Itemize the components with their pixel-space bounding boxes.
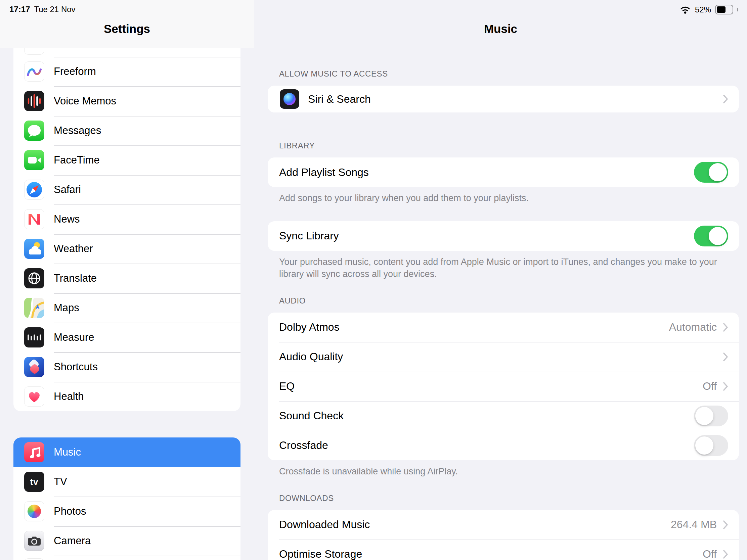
voice-memos-icon [24, 91, 44, 111]
sidebar-item-tv[interactable]: tv TV [14, 467, 240, 497]
row-optimise-storage[interactable]: Optimise Storage Off [268, 539, 739, 560]
footer-sync-library: Your purchased music, content you add fr… [279, 256, 724, 280]
tv-icon: tv [24, 472, 44, 492]
sidebar-item-messages[interactable]: Messages [14, 116, 240, 145]
sidebar: 17:17Tue 21 Nov Settings Freeform [0, 0, 254, 560]
card-sync-library: Sync Library [268, 221, 739, 251]
sidebar-item-health[interactable]: Health [14, 382, 240, 411]
row-label: Optimise Storage [279, 548, 362, 560]
row-detail: Off [703, 548, 717, 560]
sidebar-item-camera[interactable]: Camera [14, 526, 240, 556]
status-bar-right: 52% [679, 5, 738, 15]
row-downloaded-music[interactable]: Downloaded Music 264.4 MB [268, 510, 739, 539]
sidebar-item-label: Safari [54, 184, 81, 196]
app-icon-partial [24, 48, 44, 55]
freeform-icon [24, 61, 44, 82]
row-detail: Off [703, 380, 717, 393]
row-label: Audio Quality [279, 350, 343, 363]
sidebar-item-safari[interactable]: Safari [14, 175, 240, 205]
health-icon [24, 386, 44, 406]
sidebar-item-label: News [54, 213, 80, 225]
sidebar-item-shortcuts[interactable]: Shortcuts [14, 352, 240, 382]
sound-check-toggle[interactable] [694, 405, 728, 426]
chevron-right-icon [723, 94, 728, 104]
row-eq[interactable]: EQ Off [268, 372, 739, 401]
wifi-icon [679, 5, 691, 14]
card-allow-music-access: Siri & Search [268, 86, 739, 112]
camera-icon [24, 531, 44, 551]
section-sync-library: Sync Library Your purchased music, conte… [268, 221, 739, 280]
sidebar-item-facetime[interactable]: FaceTime [14, 145, 240, 175]
section-header-library: LIBRARY [279, 141, 739, 151]
sync-library-toggle[interactable] [694, 225, 728, 246]
crossfade-toggle[interactable] [694, 435, 728, 456]
section-audio: AUDIO Dolby Atmos Automatic Audio Qualit… [268, 296, 739, 478]
row-label: Sync Library [279, 230, 339, 242]
status-bar-left: 17:17Tue 21 Nov [9, 5, 76, 14]
sidebar-item-partial-top[interactable] [14, 48, 240, 57]
weather-icon [24, 239, 44, 259]
shortcuts-icon [24, 357, 44, 377]
sidebar-item-label: TV [54, 476, 67, 488]
photos-icon [24, 501, 44, 522]
footer-crossfade: Crossfade is unavailable while using Air… [279, 466, 724, 478]
sidebar-item-measure[interactable]: Measure [14, 323, 240, 352]
row-label: Downloaded Music [279, 518, 370, 531]
sidebar-item-photos[interactable]: Photos [14, 497, 240, 526]
settings-app: 17:17Tue 21 Nov Settings Freeform [0, 0, 747, 560]
row-sync-library[interactable]: Sync Library [268, 221, 739, 251]
card-add-playlist-songs: Add Playlist Songs [268, 157, 739, 187]
row-label: Crossfade [279, 439, 328, 452]
section-header-audio: AUDIO [279, 296, 739, 306]
sidebar-group-apps: Freeform Voice Memos Messages [14, 48, 240, 411]
sidebar-group-media: Music tv TV Photos [14, 437, 240, 560]
sidebar-list[interactable]: Freeform Voice Memos Messages [0, 48, 254, 560]
sidebar-item-label: Messages [54, 125, 101, 137]
sidebar-item-freeform[interactable]: Freeform [14, 57, 240, 86]
sidebar-item-partial-bottom[interactable] [14, 556, 240, 560]
sidebar-item-label: Freeform [54, 65, 96, 78]
page-title-settings: Settings [0, 22, 254, 35]
row-label: Dolby Atmos [279, 321, 340, 334]
chevron-right-icon [723, 550, 728, 559]
battery-icon [715, 5, 733, 15]
sidebar-item-translate[interactable]: Translate [14, 264, 240, 293]
status-date: Tue 21 Nov [34, 5, 75, 14]
section-allow-music-access: ALLOW MUSIC TO ACCESS Siri & Search [268, 69, 739, 112]
row-dolby-atmos[interactable]: Dolby Atmos Automatic [268, 313, 739, 342]
sidebar-item-news[interactable]: News [14, 205, 240, 234]
measure-icon [24, 327, 44, 347]
row-crossfade[interactable]: Crossfade [268, 431, 739, 460]
translate-icon [24, 268, 44, 288]
sidebar-item-weather[interactable]: Weather [14, 234, 240, 264]
sidebar-item-label: Photos [54, 505, 86, 517]
music-icon [24, 442, 44, 462]
sidebar-item-music[interactable]: Music [14, 437, 240, 467]
chevron-right-icon [723, 352, 728, 362]
sidebar-item-label: Music [54, 446, 81, 458]
row-label: Sound Check [279, 409, 343, 422]
chevron-right-icon [723, 323, 728, 332]
row-siri-search[interactable]: Siri & Search [268, 86, 739, 112]
chevron-right-icon [723, 520, 728, 529]
safari-icon [24, 180, 44, 200]
section-header-allow-music-access: ALLOW MUSIC TO ACCESS [279, 69, 739, 79]
app-icon-partial [24, 558, 44, 560]
section-downloads: DOWNLOADS Downloaded Music 264.4 MB Opti… [268, 493, 739, 560]
card-downloads: Downloaded Music 264.4 MB Optimise Stora… [268, 510, 739, 560]
battery-percent: 52% [695, 5, 711, 15]
sidebar-item-label: Health [54, 391, 84, 403]
sidebar-item-label: Maps [54, 302, 79, 314]
sidebar-header: 17:17Tue 21 Nov Settings [0, 0, 254, 48]
add-playlist-songs-toggle[interactable] [694, 162, 728, 183]
music-settings-panel[interactable]: ALLOW MUSIC TO ACCESS Siri & Search LIBR… [254, 0, 747, 560]
row-audio-quality[interactable]: Audio Quality [268, 342, 739, 372]
row-sound-check[interactable]: Sound Check [268, 401, 739, 431]
row-label: Siri & Search [308, 93, 371, 105]
row-add-playlist-songs[interactable]: Add Playlist Songs [268, 157, 739, 187]
sidebar-item-maps[interactable]: Maps [14, 293, 240, 323]
maps-icon [24, 298, 44, 318]
card-audio: Dolby Atmos Automatic Audio Quality EQ O… [268, 313, 739, 460]
facetime-icon [24, 150, 44, 170]
sidebar-item-voice-memos[interactable]: Voice Memos [14, 86, 240, 116]
